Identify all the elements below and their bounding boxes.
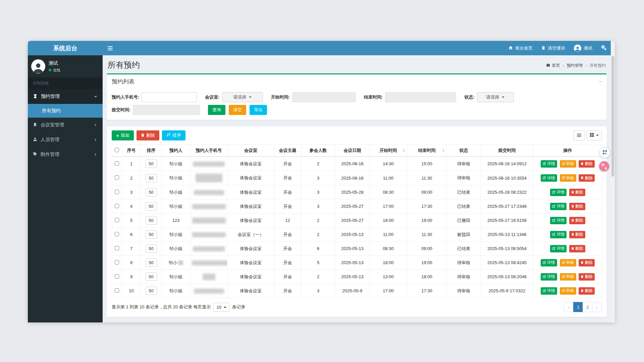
detail-button[interactable]: 详情 (550, 245, 567, 252)
row-status: 待审核 (447, 256, 481, 270)
row-sort-input[interactable] (146, 258, 157, 267)
row-checkbox[interactable] (115, 204, 119, 208)
collapse-panel-button[interactable]: − (599, 79, 602, 84)
delete-button[interactable]: 删除 (569, 189, 585, 196)
row-sort-input[interactable] (146, 244, 157, 253)
detail-button[interactable]: 详情 (550, 189, 567, 196)
detail-button[interactable]: 详情 (541, 259, 557, 266)
delete-button[interactable]: 删除 (579, 174, 595, 182)
breadcrumb-home[interactable]: 首页 (546, 63, 560, 68)
delete-button[interactable]: 删除 (569, 217, 585, 224)
breadcrumb-reservation-management[interactable]: 预约管理 (567, 63, 583, 68)
select-all-checkbox[interactable] (115, 148, 119, 152)
row-sort-input[interactable] (146, 202, 157, 210)
delete-button[interactable]: 删除 (569, 245, 585, 252)
sidebar-item-attachment-management[interactable]: 附件管理 (28, 147, 103, 162)
submit-time-filter-label: 提交时间: (112, 107, 130, 113)
row-sort-input[interactable] (146, 188, 157, 196)
delete-button[interactable]: 删除 (569, 203, 585, 210)
sidebar-item-reservation-management[interactable]: 预约管理 (28, 89, 103, 104)
detail-button[interactable]: 详情 (541, 160, 557, 168)
submit-time-filter-input[interactable] (133, 105, 200, 115)
detail-button[interactable]: 详情 (541, 287, 557, 295)
sidebar-user-status[interactable]: 在线 (49, 68, 60, 73)
nav-settings-button[interactable] (597, 41, 611, 55)
delete-button[interactable]: 删除 (579, 160, 595, 168)
bulk-delete-button[interactable]: 删除 (137, 130, 159, 140)
sort-button[interactable]: 排序 (162, 130, 185, 140)
review-button[interactable]: 审核 (560, 273, 576, 281)
delete-button[interactable]: 删除 (579, 273, 595, 281)
detail-button[interactable]: 详情 (550, 203, 567, 210)
prev-page-button[interactable]: ‹ (564, 302, 574, 312)
nav-user-menu[interactable]: 测试 (570, 41, 597, 55)
row-sort-input[interactable] (146, 174, 157, 182)
detail-button[interactable]: 详情 (541, 174, 557, 182)
review-button[interactable]: 审核 (560, 287, 576, 295)
row-attendees: 6 (301, 242, 335, 256)
detail-button[interactable]: 详情 (550, 217, 567, 224)
nav-clear-cache-link[interactable]: 清空缓存 (537, 41, 570, 55)
row-checkbox[interactable] (115, 260, 119, 264)
toggle-columns-button[interactable] (587, 130, 602, 140)
search-button[interactable]: 查询 (208, 105, 225, 115)
status-filter-select[interactable]: 请选择 (477, 92, 514, 102)
end-time-filter-input[interactable] (385, 92, 456, 102)
row-sort-input[interactable] (146, 273, 157, 281)
extension-screenshot-widget[interactable] (600, 148, 610, 158)
row-checkbox[interactable] (115, 175, 119, 180)
row-checkbox[interactable] (115, 288, 119, 293)
row-sort-input[interactable] (146, 216, 157, 225)
row-attendees: 2 (301, 270, 335, 284)
delete-button[interactable]: 删除 (579, 287, 595, 295)
row-reserver: 邹小姐 (162, 171, 191, 185)
row-sort-input[interactable] (146, 160, 157, 168)
review-button[interactable]: 审核 (560, 174, 576, 182)
page-size-select[interactable]: 10 (213, 303, 229, 312)
list-icon (577, 133, 581, 138)
scrollbar-track[interactable] (611, 41, 615, 322)
header-date: 会议日期 (335, 145, 370, 157)
room-filter-select[interactable]: 请选择 (222, 92, 263, 102)
page-1-button[interactable]: 1 (573, 302, 583, 312)
header-end-time[interactable]: 结束时间 (407, 145, 447, 157)
translate-widget[interactable]: 中 A (599, 161, 609, 171)
sidebar-item-meeting-room-management[interactable]: 会议室管理 (28, 118, 103, 132)
next-page-button[interactable]: › (592, 302, 602, 312)
sidebar-toggle-button[interactable] (103, 41, 118, 55)
sidebar-item-personnel-management[interactable]: 人员管理 (28, 132, 103, 147)
delete-button[interactable]: 删除 (569, 231, 585, 238)
sidebar-item-all-reservations[interactable]: 所有预约 (28, 104, 103, 118)
start-time-filter-input[interactable] (292, 92, 356, 102)
row-sort-input[interactable] (146, 230, 157, 239)
toggle-view-list-button[interactable] (574, 130, 585, 140)
review-button[interactable]: 审核 (560, 259, 576, 266)
row-sort-input[interactable] (146, 287, 157, 295)
row-reserver: 邹小姐 (162, 157, 191, 171)
row-checkbox[interactable] (115, 232, 119, 236)
row-checkbox[interactable] (115, 190, 119, 194)
row-reserver: 邹小 (162, 256, 191, 270)
redacted-phone-blur (194, 289, 224, 294)
trash-icon (571, 232, 574, 237)
detail-button[interactable]: 详情 (550, 231, 567, 238)
edit-icon (562, 176, 565, 180)
row-checkbox[interactable] (115, 246, 119, 250)
nav-home-link[interactable]: 前台首页 (504, 41, 537, 55)
detail-button[interactable]: 详情 (541, 273, 557, 281)
review-button[interactable]: 审核 (560, 160, 576, 168)
scrollbar-thumb[interactable] (611, 56, 614, 177)
delete-button[interactable]: 删除 (579, 259, 595, 266)
export-button[interactable]: 导出 (250, 105, 267, 115)
brand-logo[interactable]: 系统后台 (28, 41, 103, 55)
add-button[interactable]: +添加 (112, 130, 134, 140)
row-topic: 开会 (274, 157, 301, 171)
row-checkbox[interactable] (115, 274, 119, 279)
redacted-phone-blur (192, 204, 226, 209)
clear-button[interactable]: 清空 (229, 105, 246, 115)
row-checkbox[interactable] (115, 218, 119, 222)
phone-filter-input[interactable] (142, 92, 197, 102)
header-start-time[interactable]: 开始时间 (370, 145, 407, 157)
row-checkbox[interactable] (115, 161, 119, 166)
page-2-button[interactable]: 2 (583, 302, 592, 312)
